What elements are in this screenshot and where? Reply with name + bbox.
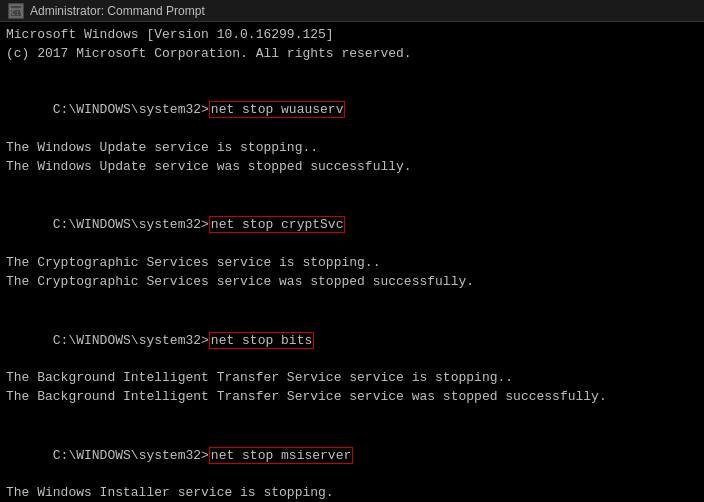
title-bar-icon: C:\	[8, 3, 24, 19]
prompt-3: C:\WINDOWS\system32>net stop bits	[6, 313, 698, 370]
intro-line-2: (c) 2017 Microsoft Corporation. All righ…	[6, 45, 698, 64]
output-3-1: The Background Intelligent Transfer Serv…	[6, 369, 698, 388]
title-bar: C:\ Administrator: Command Prompt	[0, 0, 704, 22]
intro-line-1: Microsoft Windows [Version 10.0.16299.12…	[6, 26, 698, 45]
command-block-4: C:\WINDOWS\system32>net stop msiserver T…	[6, 428, 698, 502]
output-4-1: The Windows Installer service is stoppin…	[6, 484, 698, 502]
prompt-1: C:\WINDOWS\system32>net stop wuauserv	[6, 83, 698, 140]
title-bar-text: Administrator: Command Prompt	[30, 4, 696, 18]
output-2-1: The Cryptographic Services service is st…	[6, 254, 698, 273]
prompt-2: C:\WINDOWS\system32>net stop cryptSvc	[6, 198, 698, 255]
svg-text:C:\: C:\	[11, 9, 23, 17]
terminal-body: Microsoft Windows [Version 10.0.16299.12…	[0, 22, 704, 502]
output-1-2: The Windows Update service was stopped s…	[6, 158, 698, 177]
command-block-3: C:\WINDOWS\system32>net stop bits The Ba…	[6, 313, 698, 407]
prompt-4: C:\WINDOWS\system32>net stop msiserver	[6, 428, 698, 485]
output-3-2: The Background Intelligent Transfer Serv…	[6, 388, 698, 407]
output-2-2: The Cryptographic Services service was s…	[6, 273, 698, 292]
command-block-2: C:\WINDOWS\system32>net stop cryptSvc Th…	[6, 198, 698, 292]
output-1-1: The Windows Update service is stopping..	[6, 139, 698, 158]
command-block-1: C:\WINDOWS\system32>net stop wuauserv Th…	[6, 83, 698, 177]
